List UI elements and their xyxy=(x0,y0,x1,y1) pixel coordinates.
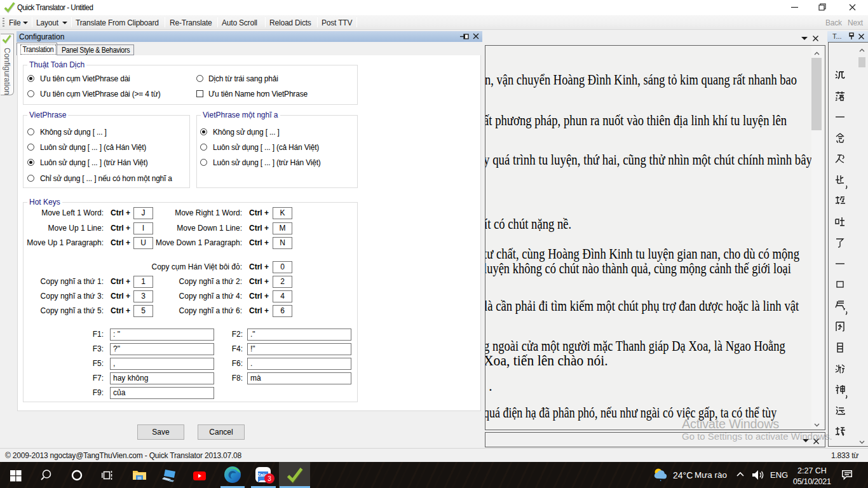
svg-text:3: 3 xyxy=(268,475,271,482)
